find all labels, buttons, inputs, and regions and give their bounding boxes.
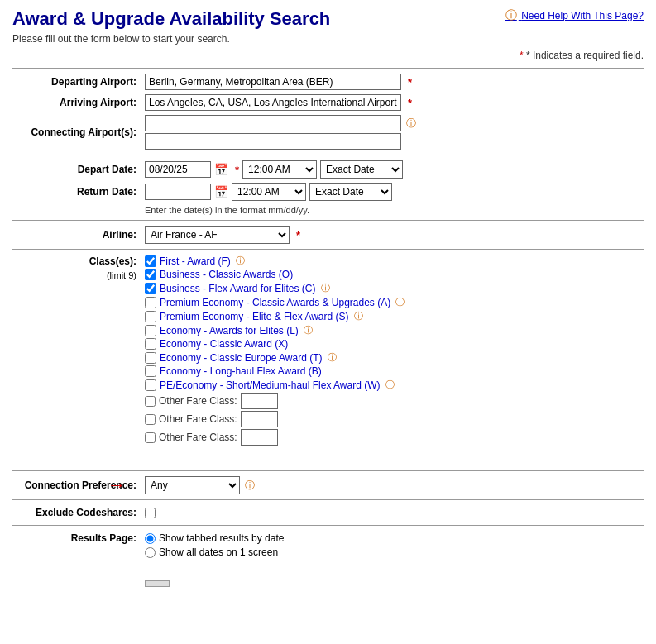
date-hint: Enter the date(s) in the format mm/dd/yy… (145, 205, 644, 215)
depart-time-select[interactable]: 12:00 AM 1:00 AM (242, 160, 317, 179)
other-fare-2-label[interactable]: Other Fare Class: (159, 413, 237, 425)
connecting-airports-label: Connecting Airport(s): (12, 126, 145, 138)
depart-date-label: Depart Date: (12, 164, 145, 175)
arriving-airport-input[interactable] (145, 94, 401, 111)
connecting-airport-input-2[interactable] (145, 133, 401, 150)
class-economy-longhaul-checkbox[interactable] (145, 365, 156, 377)
class-economy-elites-label[interactable]: Economy - Awards for Elites (L) (160, 325, 299, 336)
results-page-label: Results Page: (12, 532, 145, 558)
results-all-dates-label: Show all dates on 1 screen (159, 546, 278, 558)
class-pe-economy-short-help[interactable]: ⓘ (385, 379, 395, 391)
class-economy-elites-help[interactable]: ⓘ (304, 324, 313, 336)
return-calendar-icon[interactable]: 📅 (214, 185, 228, 198)
exclude-codeshares-checkbox[interactable] (145, 508, 156, 518)
airline-label: Airline: (12, 229, 145, 241)
other-fare-row-3: Other Fare Class: (145, 429, 405, 446)
airline-select[interactable]: Air France - AF (145, 226, 290, 244)
class-premium-elite-label[interactable]: Premium Economy - Elite & Flex Award (S) (160, 311, 349, 322)
other-fare-3-input[interactable] (241, 429, 278, 446)
other-fare-1-input[interactable] (241, 393, 278, 409)
divider-5 (12, 499, 644, 500)
class-economy-elites: Economy - Awards for Elites (L) ⓘ (145, 324, 405, 336)
departing-airport-label: Departing Airport: (12, 76, 145, 88)
depart-date-input[interactable] (145, 161, 211, 178)
exclude-codeshares-label: Exclude Codeshares: (12, 507, 145, 518)
class-business-flex-label[interactable]: Business - Flex Award for Elites (C) (160, 283, 316, 294)
arriving-required-star: * (408, 97, 412, 109)
class-economy-elites-checkbox[interactable] (145, 325, 156, 336)
airline-row: Airline: Air France - AF * (12, 226, 644, 244)
other-fare-2-checkbox[interactable] (145, 414, 156, 425)
results-all-dates-radio[interactable] (145, 547, 156, 558)
class-premium-classic-help[interactable]: ⓘ (395, 296, 405, 308)
results-options: Show tabbed results by date Show all dat… (145, 532, 284, 558)
divider-1 (12, 155, 644, 155)
class-business-flex: Business - Flex Award for Elites (C) ⓘ (145, 282, 405, 294)
classes-section: Class(es): (limit 9) First - Award (F) ⓘ… (12, 255, 644, 446)
depart-date-type-select[interactable]: Exact Date +/- 1 Day +/- 2 Days (320, 160, 403, 179)
other-fare-2-input[interactable] (241, 411, 278, 427)
results-all-dates-option[interactable]: Show all dates on 1 screen (145, 546, 284, 558)
return-date-type-select[interactable]: Exact Date +/- 1 Day (309, 183, 392, 201)
airline-required-star: * (296, 229, 300, 241)
divider-6 (12, 525, 644, 526)
help-link-area[interactable]: ⓘ Need Help With This Page? (505, 8, 644, 23)
class-economy-longhaul-label[interactable]: Economy - Long-haul Flex Award (B) (160, 365, 322, 377)
divider-3 (12, 249, 644, 250)
departing-airport-row: Departing Airport: * (12, 74, 644, 90)
class-premium-elite-checkbox[interactable] (145, 311, 156, 322)
class-premium-elite-help[interactable]: ⓘ (354, 310, 363, 322)
class-first-award-checkbox[interactable] (145, 255, 156, 267)
return-date-row: Return Date: 📅 12:00 AM 1:00 AM Exact Da… (12, 183, 644, 201)
results-tabbed-option[interactable]: Show tabbed results by date (145, 532, 284, 544)
class-business-classic-checkbox[interactable] (145, 269, 156, 280)
class-economy-europe-help[interactable]: ⓘ (328, 351, 337, 364)
classes-list: First - Award (F) ⓘ Business - Classic A… (145, 255, 405, 446)
class-economy-europe-checkbox[interactable] (145, 352, 156, 364)
other-fare-row-1: Other Fare Class: (145, 393, 405, 409)
help-link-text[interactable]: Need Help With This Page? (521, 10, 644, 21)
results-tabbed-label: Show tabbed results by date (159, 532, 284, 544)
class-pe-economy-short: PE/Economy - Short/Medium-haul Flex Awar… (145, 379, 405, 391)
class-economy-europe-label[interactable]: Economy - Classic Europe Award (T) (160, 352, 323, 364)
depart-required-star: * (235, 164, 239, 176)
connecting-airport-input-1[interactable] (145, 115, 401, 131)
depart-calendar-icon[interactable]: 📅 (214, 163, 228, 176)
page-subtitle: Please fill out the form below to start … (12, 33, 644, 45)
return-date-input[interactable] (145, 184, 211, 200)
departing-required-star: * (408, 76, 412, 88)
arriving-airport-row: Arriving Airport: * (12, 94, 644, 111)
class-pe-economy-short-label[interactable]: PE/Economy - Short/Medium-haul Flex Awar… (160, 379, 381, 391)
departing-airport-input[interactable] (145, 74, 401, 90)
class-first-award-help[interactable]: ⓘ (236, 255, 245, 267)
return-time-select[interactable]: 12:00 AM 1:00 AM (232, 183, 306, 201)
other-fare-3-label[interactable]: Other Fare Class: (159, 432, 237, 443)
results-tabbed-radio[interactable] (145, 533, 156, 544)
divider-4 (12, 470, 644, 471)
select-deselect-links (145, 452, 644, 464)
class-business-flex-help[interactable]: ⓘ (321, 282, 330, 294)
class-first-award-label[interactable]: First - Award (F) (160, 255, 231, 267)
class-business-flex-checkbox[interactable] (145, 283, 156, 294)
class-business-classic-label[interactable]: Business - Classic Awards (O) (160, 269, 293, 280)
other-fare-1-label[interactable]: Other Fare Class: (159, 395, 237, 407)
classes-label: Class(es): (limit 9) (12, 255, 145, 446)
depart-date-row: Depart Date: 📅 * 12:00 AM 1:00 AM Exact … (12, 160, 644, 179)
other-fare-3-checkbox[interactable] (145, 432, 156, 443)
class-economy-classic-label[interactable]: Economy - Classic Award (X) (160, 338, 288, 350)
connecting-help-icon[interactable]: ⓘ (406, 117, 416, 131)
connection-pref-help[interactable]: ⓘ (245, 479, 255, 493)
class-economy-europe: Economy - Classic Europe Award (T) ⓘ (145, 351, 405, 364)
search-button-row (145, 574, 644, 587)
class-premium-elite: Premium Economy - Elite & Flex Award (S)… (145, 310, 405, 322)
arriving-airport-label: Arriving Airport: (12, 97, 145, 108)
class-first-award: First - Award (F) ⓘ (145, 255, 405, 267)
class-pe-economy-short-checkbox[interactable] (145, 379, 156, 391)
other-fare-1-checkbox[interactable] (145, 396, 156, 407)
class-premium-classic-label[interactable]: Premium Economy - Classic Awards & Upgra… (160, 297, 390, 308)
connection-pref-select[interactable]: Any Nonstop Only 1 Stop Max (145, 476, 240, 494)
class-economy-classic: Economy - Classic Award (X) (145, 338, 405, 350)
class-economy-classic-checkbox[interactable] (145, 338, 156, 350)
search-button[interactable] (145, 580, 170, 587)
class-premium-classic-checkbox[interactable] (145, 297, 156, 308)
